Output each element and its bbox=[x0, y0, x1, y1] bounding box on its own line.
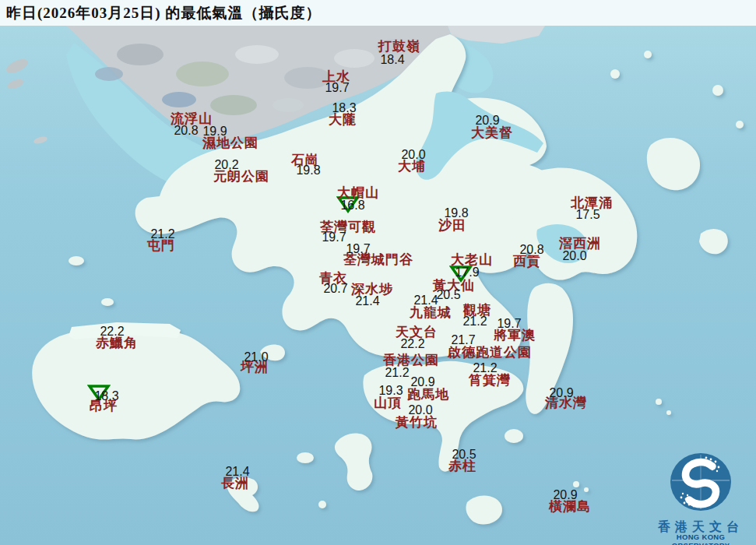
station-value: 17.9 bbox=[455, 265, 479, 280]
hko-min-temp-map: 打鼓嶺18.4上水19.7大隴18.3流浮山20.8濕地公園19.9元朗公園20… bbox=[0, 0, 756, 545]
station-value: 19.7 bbox=[346, 242, 370, 256]
station-value: 18.3 bbox=[94, 389, 118, 403]
station-value: 20.9 bbox=[475, 114, 499, 128]
station-value: 19.7 bbox=[497, 317, 521, 331]
station-value: 17.5 bbox=[575, 208, 600, 222]
station-value: 21.7 bbox=[451, 333, 475, 347]
station-value: 21.2 bbox=[385, 366, 409, 380]
station-value: 20.7 bbox=[323, 282, 347, 296]
station-value: 21.4 bbox=[225, 465, 249, 479]
station-value: 21.2 bbox=[150, 227, 174, 241]
station-value: 21.2 bbox=[473, 361, 497, 375]
station-value: 19.9 bbox=[202, 125, 227, 139]
station-value: 19.8 bbox=[296, 164, 320, 178]
station-value: 20.9 bbox=[410, 375, 434, 389]
station-value: 20.0 bbox=[408, 403, 432, 417]
hko-logo-chinese-name: 香港天文台 bbox=[649, 521, 752, 533]
station-value: 18.3 bbox=[332, 101, 356, 115]
station-value: 20.5 bbox=[436, 288, 460, 302]
station-value: 20.8 bbox=[174, 124, 198, 138]
station-value: 20.8 bbox=[519, 243, 543, 257]
station-value: 20.0 bbox=[401, 148, 425, 162]
station-value: 22.2 bbox=[100, 325, 124, 339]
hko-logo-english-name: HONG KONG OBSERVATORY bbox=[649, 533, 752, 545]
title-bar: 昨日(2026年03月25日) 的最低氣溫（攝氏度） bbox=[0, 0, 756, 26]
station-value: 21.0 bbox=[244, 350, 268, 364]
page-title: 昨日(2026年03月25日) 的最低氣溫（攝氏度） bbox=[0, 3, 321, 23]
station-value: 20.0 bbox=[562, 249, 586, 263]
hko-logo-icon bbox=[656, 447, 745, 517]
station-value: 20.9 bbox=[553, 488, 577, 502]
station-value: 16.8 bbox=[340, 199, 364, 213]
station-value: 19.7 bbox=[322, 230, 346, 244]
station-value: 18.4 bbox=[380, 53, 404, 67]
station-value: 21.2 bbox=[462, 315, 487, 329]
station-value: 20.9 bbox=[549, 386, 573, 400]
station-labels-layer: 打鼓嶺18.4上水19.7大隴18.3流浮山20.8濕地公園19.9元朗公園20… bbox=[0, 0, 756, 545]
station-value: 22.2 bbox=[400, 337, 424, 351]
station-value: 20.5 bbox=[452, 448, 476, 462]
hko-logo: 香港天文台 HONG KONG OBSERVATORY bbox=[649, 447, 752, 542]
station-value: 21.4 bbox=[355, 294, 379, 308]
station-value: 20.2 bbox=[214, 158, 238, 172]
station-value: 21.4 bbox=[413, 294, 438, 308]
station-value: 19.3 bbox=[378, 384, 403, 398]
station-value: 19.7 bbox=[325, 81, 349, 95]
station-value: 19.8 bbox=[444, 206, 468, 220]
